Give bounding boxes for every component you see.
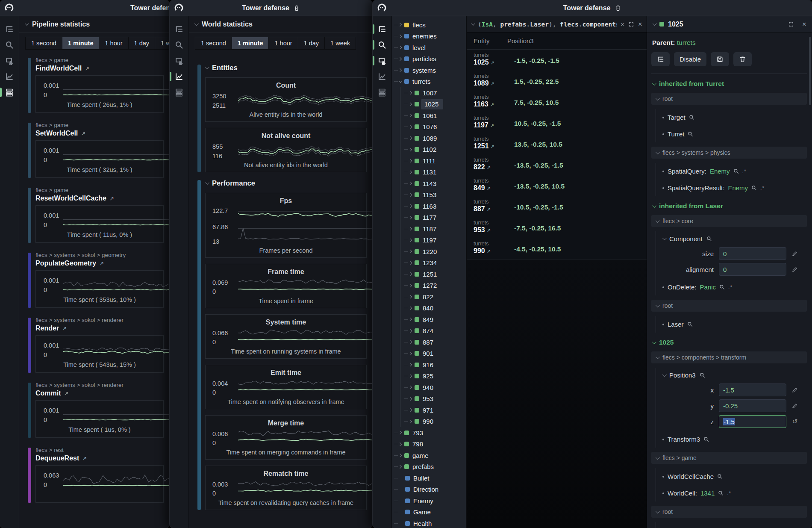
tree-item-game[interactable]: game xyxy=(392,450,466,461)
search-icon[interactable] xyxy=(717,474,723,479)
query-row[interactable]: turrets990↗-4.5, -0.25, 10.5 xyxy=(467,238,647,259)
tree-item-901[interactable]: 901 xyxy=(392,348,466,360)
fullscreen-icon[interactable] xyxy=(628,21,634,27)
undo-icon[interactable]: ↺ xyxy=(791,418,798,425)
search-icon[interactable] xyxy=(687,322,693,327)
entity-id-link[interactable]: 822↗ xyxy=(474,163,514,171)
edit-icon[interactable] xyxy=(791,251,798,257)
item-value[interactable]: Enemy xyxy=(710,168,730,175)
tree-item-971[interactable]: 971 xyxy=(392,404,466,416)
entity-id-link[interactable]: 953↗ xyxy=(474,226,514,234)
tab-1-hour[interactable]: 1 hour xyxy=(99,37,128,49)
stats-icon[interactable] xyxy=(378,88,386,97)
field-input-size[interactable]: 0 xyxy=(719,247,786,260)
tree-item-925[interactable]: 925 xyxy=(392,371,466,382)
tab-1-week[interactable]: 1 week xyxy=(155,37,170,49)
tree-item-849[interactable]: 849 xyxy=(392,314,466,325)
tree-item-1111[interactable]: 1111 xyxy=(392,155,466,167)
chevron-right-icon[interactable] xyxy=(398,68,402,72)
external-link-icon[interactable]: ↗ xyxy=(109,195,114,202)
tree-item-990[interactable]: 990 xyxy=(392,416,466,428)
path-strip[interactable]: root xyxy=(651,93,807,105)
tree-item-1061[interactable]: 1061 xyxy=(392,110,466,121)
tab-1-day[interactable]: 1 day xyxy=(129,37,155,49)
tree-item-1220[interactable]: 1220 xyxy=(392,246,466,257)
chevron-right-icon[interactable] xyxy=(398,57,402,61)
entity-id-link[interactable]: 1025↗ xyxy=(474,58,514,66)
tree-item-953[interactable]: 953 xyxy=(392,393,466,405)
fullscreen-icon[interactable] xyxy=(788,21,794,27)
tab-1-week[interactable]: 1 week xyxy=(325,37,356,49)
tree-item-flecs[interactable]: flecs xyxy=(392,19,466,31)
tree-item-1102[interactable]: 1102 xyxy=(392,144,466,156)
search-icon[interactable] xyxy=(751,185,757,191)
chevron-right-icon[interactable] xyxy=(409,397,412,401)
chevron-right-icon[interactable] xyxy=(409,204,412,208)
tree-icon[interactable] xyxy=(378,25,386,33)
tree-item-1007[interactable]: 1007 xyxy=(392,87,466,99)
tree-icon[interactable] xyxy=(5,25,14,33)
chevron-right-icon[interactable] xyxy=(409,148,412,151)
chevron-right-icon[interactable] xyxy=(409,103,412,106)
tab-1-second[interactable]: 1 second xyxy=(195,37,232,49)
search-icon[interactable] xyxy=(689,115,694,120)
item-value[interactable]: Enemy xyxy=(728,184,748,192)
panel-header-pipeline-statistics[interactable]: Pipeline statistics xyxy=(19,16,170,32)
tree-item-Enemy[interactable]: Enemy xyxy=(392,495,466,507)
chevron-right-icon[interactable] xyxy=(409,136,412,140)
tree-item-840[interactable]: 840 xyxy=(392,303,466,314)
chevron-right-icon[interactable] xyxy=(409,216,412,219)
chevron-down-icon[interactable] xyxy=(662,372,667,377)
path-strip[interactable]: flecs > components > transform xyxy=(651,351,807,363)
path-strip[interactable]: flecs > game xyxy=(651,452,807,464)
remote-connection-icon[interactable] xyxy=(293,4,300,12)
query-row[interactable]: turrets822↗-13.5, -0.25, -1.5 xyxy=(467,154,647,175)
search-icon[interactable] xyxy=(718,490,724,496)
tree-item-systems[interactable]: systems xyxy=(392,65,466,76)
search-icon[interactable] xyxy=(719,284,725,290)
tree-item-1272[interactable]: 1272 xyxy=(392,280,466,292)
tree-item-1089[interactable]: 1089 xyxy=(392,133,466,144)
search-icon[interactable] xyxy=(688,131,693,137)
search-icon[interactable] xyxy=(733,168,739,174)
query-row[interactable]: turrets849↗-13.5, -0.25, 10.5 xyxy=(467,175,647,196)
chevron-right-icon[interactable] xyxy=(398,465,402,469)
stats-icon[interactable] xyxy=(175,88,183,97)
delete-button[interactable] xyxy=(733,52,752,66)
chevron-right-icon[interactable] xyxy=(409,295,412,298)
tree-item-prefabs[interactable]: prefabs xyxy=(392,461,466,473)
query-row[interactable]: turrets1163↗7.5, -0.25, 10.5 xyxy=(467,91,647,112)
chevron-right-icon[interactable] xyxy=(398,35,402,38)
chevron-right-icon[interactable] xyxy=(409,375,412,378)
tree-item-Game[interactable]: Game xyxy=(392,507,466,518)
chevron-right-icon[interactable] xyxy=(398,431,402,434)
tree-item-916[interactable]: 916 xyxy=(392,359,466,371)
chevron-down-icon[interactable] xyxy=(399,79,402,83)
field-input-alignment[interactable]: 0 xyxy=(719,263,786,276)
search-icon[interactable] xyxy=(378,41,386,49)
chevron-right-icon[interactable] xyxy=(409,272,412,276)
chevron-right-icon[interactable] xyxy=(409,239,412,242)
path-strip[interactable]: root xyxy=(651,300,807,312)
tree-item-particles[interactable]: particles xyxy=(392,53,466,65)
tree-item-1187[interactable]: 1187 xyxy=(392,223,466,235)
item-value[interactable]: 1341 xyxy=(700,490,715,497)
entity-id-link[interactable]: 887↗ xyxy=(474,205,514,213)
tree-item-1153[interactable]: 1153 xyxy=(392,189,466,201)
field-input-y[interactable]: -0.25 xyxy=(719,399,786,412)
tab-1-day[interactable]: 1 day xyxy=(298,37,324,49)
path-strip[interactable]: root xyxy=(651,506,807,518)
entity-id-link[interactable]: 990↗ xyxy=(474,247,514,255)
tree-item-1076[interactable]: 1076 xyxy=(392,121,466,133)
tree-item-940[interactable]: 940 xyxy=(392,382,466,393)
chart-icon[interactable] xyxy=(378,72,386,81)
chevron-right-icon[interactable] xyxy=(409,91,412,94)
chevron-right-icon[interactable] xyxy=(409,114,412,117)
parent-link[interactable]: turrets xyxy=(677,39,696,46)
section-header[interactable]: Entities xyxy=(205,64,367,72)
select-icon[interactable] xyxy=(378,56,386,65)
query-row[interactable]: turrets953↗-7.5, -0.25, 16.5 xyxy=(467,217,647,238)
chevron-right-icon[interactable] xyxy=(409,408,412,412)
tree-view-button[interactable] xyxy=(651,52,670,66)
chevron-right-icon[interactable] xyxy=(409,182,412,185)
